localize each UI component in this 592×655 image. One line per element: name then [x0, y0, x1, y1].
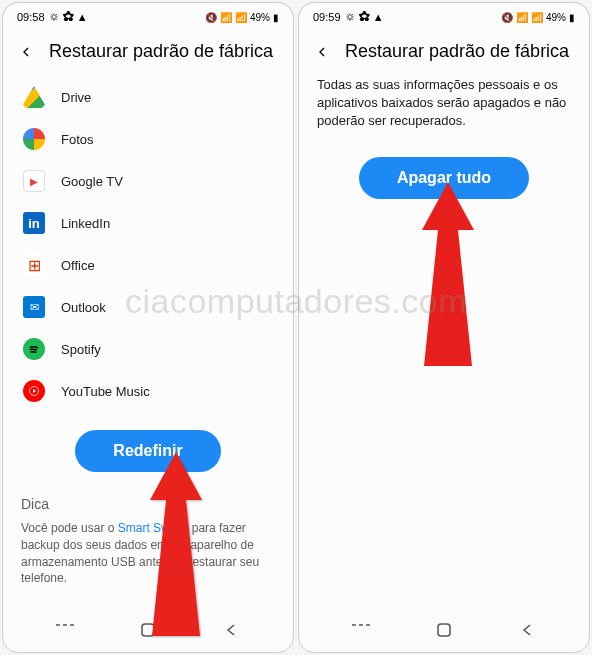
battery-icon: ▮ [273, 12, 279, 23]
app-name: LinkedIn [61, 216, 110, 231]
home-button[interactable] [128, 620, 168, 640]
reset-button[interactable]: Redefinir [75, 430, 220, 472]
nav-back-button[interactable] [507, 620, 547, 640]
spotify-icon [23, 338, 45, 360]
app-name: Spotify [61, 342, 101, 357]
linkedin-icon: in [23, 212, 45, 234]
tip-text: Você pode usar o Smart Switch para fazer… [21, 520, 275, 587]
svg-marker-1 [33, 389, 36, 393]
status-signal-icon: 📶 [531, 12, 543, 23]
recents-button[interactable] [45, 620, 85, 640]
page-header: Restaurar padrão de fábrica [3, 31, 293, 76]
list-item: YouTube Music [21, 370, 275, 412]
back-button[interactable] [313, 43, 331, 61]
list-item: inLinkedIn [21, 202, 275, 244]
status-wifi-icon: 📶 [516, 12, 528, 23]
list-item: ✉Outlook [21, 286, 275, 328]
tip-title: Dica [21, 496, 275, 512]
navigation-bar [3, 610, 293, 652]
list-item: ⊞Office [21, 244, 275, 286]
content-area: Drive Fotos ▶Google TV inLinkedIn ⊞Offic… [3, 76, 293, 610]
app-name: Google TV [61, 174, 123, 189]
outlook-icon: ✉ [23, 296, 45, 318]
recents-button[interactable] [341, 620, 381, 640]
list-item: Drive [21, 76, 275, 118]
app-list: Drive Fotos ▶Google TV inLinkedIn ⊞Offic… [21, 76, 275, 412]
page-header: Restaurar padrão de fábrica [299, 31, 589, 76]
status-bar: 09:59 ⛭ ✿ ▲ 🔇 📶 📶 49% ▮ [299, 3, 589, 31]
ytmusic-icon [23, 380, 45, 402]
status-mute-icon: 🔇 [205, 12, 217, 23]
list-item: ▶Google TV [21, 160, 275, 202]
page-title: Restaurar padrão de fábrica [345, 41, 569, 62]
warning-text: Todas as suas informações pessoais e os … [317, 76, 571, 139]
status-signal-icon: 📶 [235, 12, 247, 23]
svg-rect-9 [438, 624, 450, 636]
status-mute-icon: 🔇 [501, 12, 513, 23]
phone-screen-right: 09:59 ⛭ ✿ ▲ 🔇 📶 📶 49% ▮ Restaurar padrão… [298, 2, 590, 653]
battery-icon: ▮ [569, 12, 575, 23]
status-battery: 49% [546, 12, 566, 23]
status-icons-left: ⛭ ✿ ▲ [345, 11, 384, 23]
drive-icon [23, 86, 45, 108]
nav-back-button[interactable] [211, 620, 251, 640]
tip-section: Dica Você pode usar o Smart Switch para … [21, 484, 275, 587]
status-time: 09:59 [313, 11, 341, 23]
status-wifi-icon: 📶 [220, 12, 232, 23]
home-button[interactable] [424, 620, 464, 640]
phone-screen-left: 09:58 ⛭ ✿ ▲ 🔇 📶 📶 49% ▮ Restaurar padrão… [2, 2, 294, 653]
navigation-bar [299, 610, 589, 652]
page-title: Restaurar padrão de fábrica [49, 41, 273, 62]
smart-switch-link[interactable]: Smart Switch [118, 521, 189, 535]
status-battery: 49% [250, 12, 270, 23]
app-name: Drive [61, 90, 91, 105]
back-button[interactable] [17, 43, 35, 61]
app-name: YouTube Music [61, 384, 150, 399]
erase-all-button[interactable]: Apagar tudo [359, 157, 529, 199]
app-name: Office [61, 258, 95, 273]
app-name: Fotos [61, 132, 94, 147]
office-icon: ⊞ [23, 254, 45, 276]
status-time: 09:58 [17, 11, 45, 23]
list-item: Fotos [21, 118, 275, 160]
photos-icon [23, 128, 45, 150]
svg-rect-5 [142, 624, 154, 636]
app-name: Outlook [61, 300, 106, 315]
googletv-icon: ▶ [23, 170, 45, 192]
status-bar: 09:58 ⛭ ✿ ▲ 🔇 📶 📶 49% ▮ [3, 3, 293, 31]
list-item: Spotify [21, 328, 275, 370]
content-area: Todas as suas informações pessoais e os … [299, 76, 589, 610]
status-icons-left: ⛭ ✿ ▲ [49, 11, 88, 23]
